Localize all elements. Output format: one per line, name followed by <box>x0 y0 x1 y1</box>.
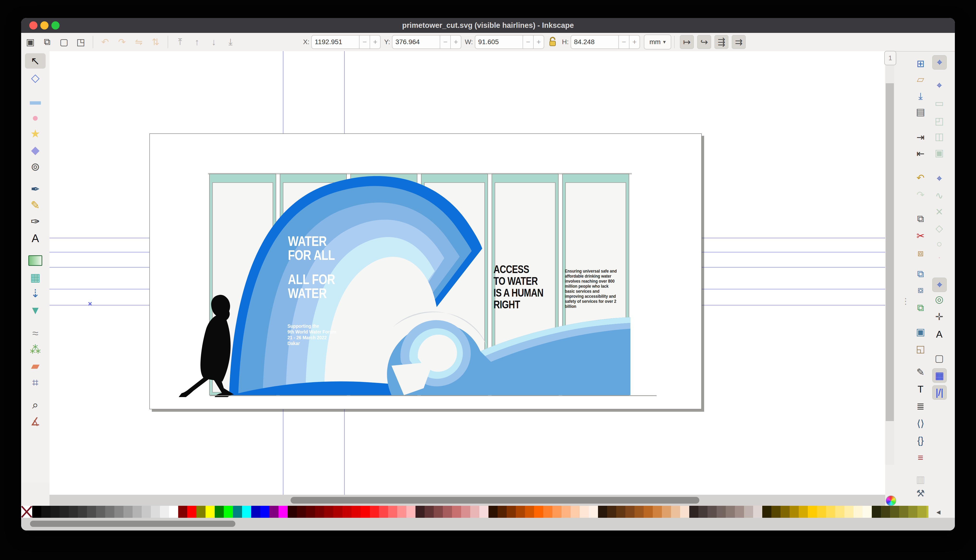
new-document-button[interactable]: ⊞ <box>914 57 928 70</box>
snap-page-border-toggle[interactable]: ▢ <box>932 351 946 365</box>
redo-button[interactable]: ↷ <box>914 188 928 202</box>
palette-swatch[interactable] <box>689 506 699 518</box>
guide-anchor-marker[interactable]: × <box>88 300 92 308</box>
palette-swatch[interactable] <box>543 506 552 518</box>
color-managed-display-toggle[interactable] <box>886 495 896 506</box>
h-field-increment[interactable]: + <box>630 35 640 49</box>
palette-swatch[interactable] <box>680 506 689 518</box>
palette-swatch[interactable] <box>297 506 306 518</box>
unit-dropdown[interactable]: mm ▾ <box>644 35 671 50</box>
headline-water-for-all[interactable]: WATERFOR ALL <box>288 234 335 262</box>
duplicate-button[interactable]: ⧉ <box>914 267 928 281</box>
fill-stroke-button[interactable]: ✎ <box>914 365 928 379</box>
selection-box-toggle[interactable]: ◳ <box>74 35 87 49</box>
snap-cusp-nodes-toggle[interactable]: ◇ <box>932 221 946 235</box>
palette-swatch[interactable] <box>799 506 808 518</box>
palette-swatch[interactable] <box>388 506 397 518</box>
palette-swatch[interactable] <box>653 506 662 518</box>
palette-swatch[interactable] <box>443 506 452 518</box>
palette-swatch[interactable] <box>324 506 333 518</box>
unlink-clone-button[interactable]: ⧉ <box>914 301 928 315</box>
layers-dialog-button[interactable]: ≣ <box>914 399 928 413</box>
scrollbar-corner-button[interactable]: 1 <box>884 51 896 65</box>
vertical-scrollbar-thumb[interactable] <box>886 83 894 421</box>
palette-swatch[interactable] <box>534 506 543 518</box>
palette-swatch[interactable] <box>124 506 132 518</box>
spray-tool[interactable]: ⁂ <box>25 342 46 357</box>
no-color-swatch[interactable] <box>21 506 32 518</box>
palette-swatch[interactable] <box>333 506 343 518</box>
eraser-tool[interactable]: ▰ <box>25 358 46 373</box>
print-button[interactable]: ▤ <box>914 105 928 119</box>
paint-bucket-tool[interactable]: ▼ <box>25 303 46 318</box>
box3d-tool[interactable]: ◆ <box>25 142 46 158</box>
palette-swatch[interactable] <box>397 506 406 518</box>
palette-swatch[interactable] <box>735 506 744 518</box>
palette-swatch[interactable] <box>908 506 918 518</box>
import-button[interactable]: ⇥ <box>914 130 928 144</box>
palette-swatch[interactable] <box>416 506 424 518</box>
palette-swatch[interactable] <box>562 506 571 518</box>
palette-swatch[interactable] <box>480 506 488 518</box>
palette-swatch[interactable] <box>717 506 726 518</box>
lock-ratio-toggle[interactable] <box>548 36 557 48</box>
palette-swatch[interactable] <box>32 506 41 518</box>
palette-swatch[interactable] <box>926 506 928 518</box>
snap-path-intersections-toggle[interactable]: ✕ <box>932 205 946 219</box>
h-field-decrement[interactable]: − <box>619 35 630 49</box>
palette-swatch[interactable] <box>69 506 78 518</box>
paste-button[interactable]: ⧈ <box>914 246 928 260</box>
snap-midpoints-toggle[interactable]: ∙ <box>932 250 946 264</box>
palette-swatch[interactable] <box>918 506 926 518</box>
palette-swatch[interactable] <box>589 506 598 518</box>
palette-swatch[interactable] <box>881 506 890 518</box>
undo-button[interactable]: ↶ <box>914 171 928 185</box>
palette-swatch[interactable] <box>498 506 507 518</box>
access-headline[interactable]: ACCESSTO WATERIS A HUMANRIGHT <box>493 263 543 310</box>
clone-button[interactable]: ⧇ <box>914 283 928 297</box>
palette-swatch[interactable] <box>890 506 899 518</box>
headline-all-for-water[interactable]: ALL FORWATER <box>288 272 335 300</box>
selector-tool[interactable]: ↖ <box>25 53 46 68</box>
palette-swatch[interactable] <box>370 506 379 518</box>
snap-paths-toggle[interactable]: ∿ <box>932 188 946 203</box>
palette-swatch[interactable] <box>105 506 114 518</box>
palette-swatch[interactable] <box>844 506 854 518</box>
export-button[interactable]: ⇤ <box>914 147 928 160</box>
palette-swatch[interactable] <box>643 506 653 518</box>
palette-swatch[interactable] <box>288 506 297 518</box>
open-document-button[interactable]: ▱ <box>914 72 928 86</box>
calligraphy-tool[interactable]: ✑ <box>25 214 46 229</box>
palette-swatch[interactable] <box>206 506 215 518</box>
ellipse-tool[interactable]: ● <box>25 110 46 125</box>
scale-corners-toggle[interactable]: ↪ <box>697 35 711 49</box>
palette-swatch[interactable] <box>635 506 643 518</box>
lower-button[interactable]: ↓ <box>207 35 221 49</box>
snap-bbox-midpoints-toggle[interactable]: ◫ <box>932 130 946 143</box>
snap-bbox-edges-toggle[interactable]: ▭ <box>932 96 946 110</box>
snap-others-toggle[interactable]: ⌖ <box>932 278 947 292</box>
palette-swatch[interactable] <box>178 506 187 518</box>
palette-swatch[interactable] <box>169 506 178 518</box>
info-paragraph[interactable]: Ensuring universal safe and affordable d… <box>565 269 619 309</box>
palette-swatch[interactable] <box>87 506 96 518</box>
palette-swatch[interactable] <box>780 506 790 518</box>
palette-swatch[interactable] <box>379 506 388 518</box>
palette-swatch[interactable] <box>525 506 534 518</box>
palette-swatch[interactable] <box>60 506 69 518</box>
horizontal-scrollbar[interactable] <box>50 495 885 506</box>
palette-swatch[interactable] <box>224 506 233 518</box>
palette-swatch[interactable] <box>607 506 616 518</box>
palette-scroll-left-icon[interactable]: ◂ <box>936 507 941 517</box>
y-field-decrement[interactable]: − <box>440 35 451 49</box>
cut-button[interactable]: ✂ <box>914 229 928 243</box>
x-field-decrement[interactable]: − <box>359 35 370 49</box>
tweak-tool[interactable]: ≈ <box>25 326 46 341</box>
h-field-input[interactable]: 84.248 <box>571 35 619 49</box>
rectangle-tool[interactable]: ▬ <box>25 93 46 108</box>
snap-nodes-toggle[interactable]: ⌖ <box>932 172 946 185</box>
snap-rotation-centers-toggle[interactable]: ✛ <box>932 310 946 324</box>
deselect-button[interactable]: ▢ <box>57 35 70 49</box>
save-button[interactable]: ⤓ <box>914 89 928 103</box>
palette-swatch[interactable] <box>625 506 635 518</box>
